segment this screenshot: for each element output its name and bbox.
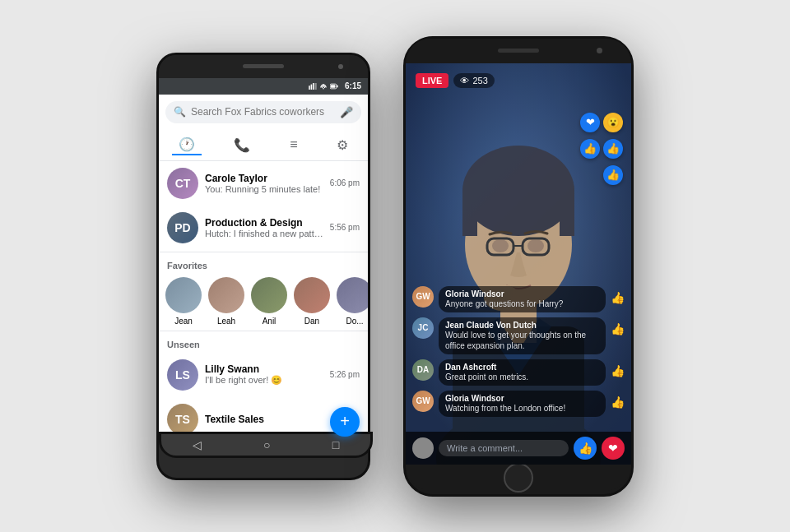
fav-name-anil: Anil — [263, 317, 276, 326]
fav-avatar-anil — [251, 277, 287, 313]
comment-gloria-2: GW Gloria Windsor Watching from the Lond… — [412, 391, 625, 417]
svg-rect-6 — [337, 85, 337, 87]
conv-preview-production: Hutch: I finished a new pattern... — [205, 229, 323, 238]
svg-rect-0 — [309, 86, 310, 90]
svg-rect-14 — [462, 191, 477, 236]
avatar-carole: CT — [167, 168, 198, 199]
conv-time-production: 5:56 pm — [330, 223, 360, 232]
fav-dan[interactable]: Dan — [294, 277, 330, 326]
live-video: LIVE 👁 253 ❤ 😮 👍 👍 👍 — [406, 63, 631, 465]
nav-back[interactable]: ◁ — [193, 438, 202, 451]
comments-overlay: GW Gloria Windsor Anyone got questions f… — [406, 280, 631, 423]
iphone: LIVE 👁 253 ❤ 😮 👍 👍 👍 — [403, 36, 634, 497]
fav-name-do: Do... — [346, 317, 363, 326]
iphone-home-bar — [406, 465, 631, 491]
home-button[interactable] — [504, 463, 533, 493]
iphone-speaker — [498, 49, 539, 53]
comment-jcv: JC Jean Claude Von Dutch Would love to g… — [412, 317, 625, 354]
conv-name-production: Production & Design — [205, 217, 323, 229]
conv-info-lilly: Lilly Swann I'll be right over! 😊 — [205, 363, 323, 386]
android-phone: 6:15 🔍 🎤 🕐 📞 ≡ ⚙ CT Carole Taylor — [156, 53, 370, 480]
tab-groups[interactable]: ≡ — [283, 136, 304, 154]
love-send-button[interactable]: ❤ — [602, 437, 625, 460]
fav-jean[interactable]: Jean — [165, 277, 202, 326]
search-bar[interactable]: 🔍 🎤 — [165, 101, 361, 123]
comment-input[interactable] — [439, 440, 569, 456]
svg-point-20 — [527, 239, 544, 252]
comment-text-dan: Great point on metrics. — [445, 372, 599, 382]
comment-like-4[interactable]: 👍 — [611, 391, 625, 409]
conv-info-production: Production & Design Hutch: I finished a … — [205, 217, 323, 238]
comment-gloria-1: GW Gloria Windsor Anyone got questions f… — [412, 286, 625, 312]
comment-name-jcv: Jean Claude Von Dutch — [445, 321, 599, 330]
conv-preview-lilly: I'll be right over! 😊 — [205, 375, 323, 386]
status-time: 6:15 — [345, 81, 361, 90]
search-icon: 🔍 — [174, 106, 186, 118]
like-send-button[interactable]: 👍 — [574, 437, 597, 460]
status-icons — [309, 83, 338, 90]
divider-1 — [159, 252, 368, 252]
comment-dan: DA Dan Ashcroft Great point on metrics. … — [412, 359, 625, 386]
nav-recents[interactable]: □ — [332, 438, 339, 451]
conv-time-lilly: 5:26 pm — [330, 370, 360, 379]
iphone-camera — [597, 48, 602, 53]
reaction-heart: ❤ — [580, 113, 600, 132]
comment-text-jcv: Would love to get your thoughts on the o… — [445, 330, 599, 351]
svg-rect-1 — [311, 84, 313, 89]
comment-name-gloria-2: Gloria Windsor — [445, 394, 599, 403]
fav-do[interactable]: Do... — [337, 277, 368, 326]
avatar-production: PD — [167, 212, 198, 243]
android-screen: 6:15 🔍 🎤 🕐 📞 ≡ ⚙ CT Carole Taylor — [159, 78, 368, 432]
reaction-row-2: 👍 👍 — [580, 139, 623, 159]
reaction-like-2: 👍 — [603, 139, 623, 159]
reaction-like-1: 👍 — [580, 139, 600, 159]
tab-settings[interactable]: ⚙ — [330, 136, 355, 155]
reaction-row-1: ❤ 😮 — [580, 113, 623, 132]
conv-time-carole: 6:06 pm — [330, 178, 360, 187]
live-badge: LIVE 👁 253 — [416, 73, 495, 88]
conv-preview-carole: You: Running 5 minutes late! — [205, 184, 323, 194]
nav-home[interactable]: ○ — [263, 438, 270, 451]
eye-icon: 👁 — [460, 76, 469, 86]
svg-rect-3 — [314, 83, 316, 90]
live-label: LIVE — [416, 73, 448, 88]
comment-avatar-dan: DA — [412, 359, 434, 381]
viewer-number: 253 — [472, 76, 487, 86]
fav-name-leah: Leah — [217, 317, 235, 326]
comment-bubble-jcv: Jean Claude Von Dutch Would love to get … — [439, 317, 606, 354]
search-input[interactable] — [191, 106, 335, 118]
comment-like-3[interactable]: 👍 — [611, 359, 625, 377]
reaction-wow: 😮 — [603, 113, 623, 132]
mic-icon[interactable]: 🎤 — [340, 106, 353, 118]
comment-text-gloria-1: Anyone got questions for Harry? — [445, 298, 599, 309]
fav-leah[interactable]: Leah — [208, 277, 244, 326]
fav-avatar-do — [337, 277, 368, 313]
conversation-lilly[interactable]: LS Lilly Swann I'll be right over! 😊 5:2… — [159, 353, 368, 397]
conversation-production[interactable]: PD Production & Design Hutch: I finished… — [159, 206, 368, 250]
conv-info-carole: Carole Taylor You: Running 5 minutes lat… — [205, 173, 323, 194]
svg-rect-7 — [331, 85, 336, 88]
comment-bubble-gloria-1: Gloria Windsor Anyone got questions for … — [439, 286, 606, 312]
svg-rect-2 — [313, 83, 314, 90]
tab-recent[interactable]: 🕐 — [172, 135, 202, 155]
comment-avatar-gloria-1: GW — [412, 286, 434, 308]
fav-avatar-dan — [294, 277, 330, 313]
avatar-lilly: LS — [167, 359, 198, 391]
commenter-avatar — [412, 437, 434, 459]
iphone-top — [406, 39, 631, 63]
favorites-header: Favorites — [159, 254, 368, 274]
conversation-carole[interactable]: CT Carole Taylor You: Running 5 minutes … — [159, 161, 368, 206]
svg-point-4 — [323, 88, 324, 90]
reaction-row-3: 👍 — [580, 165, 623, 185]
tab-calls[interactable]: 📞 — [227, 136, 257, 155]
reactions-overlay: ❤ 😮 👍 👍 👍 — [580, 113, 623, 185]
comment-like-2[interactable]: 👍 — [611, 317, 625, 335]
fav-anil[interactable]: Anil — [251, 277, 287, 326]
comment-like-1[interactable]: 👍 — [611, 286, 625, 304]
comment-avatar-gloria-2: GW — [412, 391, 434, 412]
fav-avatar-jean — [165, 277, 202, 313]
comment-avatar-jcv: JC — [412, 317, 434, 339]
svg-point-13 — [462, 146, 574, 236]
favorites-row: Jean Leah Anil Dan Do... — [159, 274, 368, 329]
android-status-bar: 6:15 — [159, 78, 368, 95]
